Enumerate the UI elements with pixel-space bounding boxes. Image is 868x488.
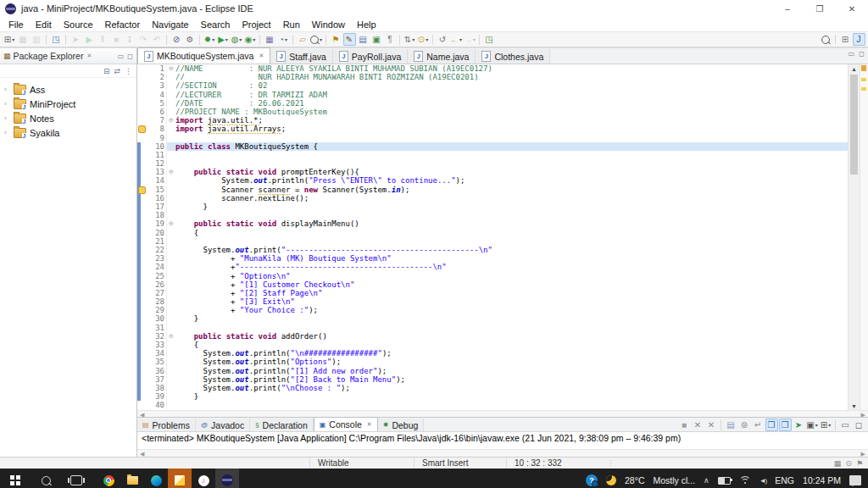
code-line[interactable]: 1⊖//NAME : NUR ALEEYA SYAKILA BINTI MUHA… bbox=[137, 64, 848, 73]
show-on-stderr-icon[interactable]: ❐ bbox=[779, 419, 792, 431]
tray-temperature[interactable]: 28°C bbox=[625, 475, 644, 485]
debug-icon[interactable]: ✹▾ bbox=[203, 33, 216, 46]
open-declaration-icon[interactable]: ▣ bbox=[370, 33, 383, 46]
annotations-icon[interactable]: ⊙▾ bbox=[417, 33, 430, 46]
scroll-down-arrow-icon[interactable]: ▼ bbox=[849, 402, 860, 410]
fold-collapse-icon[interactable]: ⊖ bbox=[166, 219, 175, 228]
code-line[interactable]: 15 Scanner scanner = new Scanner(System.… bbox=[137, 186, 848, 194]
chevron-right-icon[interactable]: › bbox=[4, 129, 10, 136]
project-syakila[interactable]: ›Syakila bbox=[0, 125, 136, 140]
code-line[interactable]: 11 bbox=[137, 151, 848, 159]
code-line[interactable]: 34 System.out.println("\n###############… bbox=[137, 349, 848, 358]
last-edit-location-icon[interactable]: ↺ bbox=[437, 33, 449, 46]
code-line[interactable]: 4//LECTURER : DR TARMIZI ADAM bbox=[137, 91, 848, 99]
code-line[interactable]: 29 + "Your Choice :"); bbox=[137, 306, 848, 314]
getting-started-icon[interactable]: ◔▾ bbox=[277, 33, 290, 46]
taskbar-app-eclipse[interactable] bbox=[215, 469, 239, 488]
code-line[interactable]: 31 bbox=[137, 324, 848, 332]
code-line[interactable]: 32⊖ public static void addOrder() bbox=[137, 332, 848, 341]
save-icon[interactable]: ▦ bbox=[17, 33, 30, 46]
code-area[interactable]: 1⊖//NAME : NUR ALEEYA SYAKILA BINTI MUHA… bbox=[137, 64, 848, 410]
minimize-button[interactable]: – bbox=[771, 0, 804, 17]
organize-launches-icon[interactable]: ⚙ bbox=[184, 33, 197, 46]
terminate-icon[interactable]: ■ bbox=[110, 33, 123, 46]
language-indicator[interactable]: ENG bbox=[775, 475, 794, 485]
resume-icon[interactable]: ▶ bbox=[83, 33, 96, 46]
taskbar-app-file-explorer[interactable] bbox=[120, 469, 144, 488]
code-line[interactable]: 16 scanner.nextLine(); bbox=[137, 194, 848, 202]
code-line[interactable]: 25 + "Options\n" bbox=[137, 272, 848, 280]
minimize-view-button[interactable]: ▭ bbox=[118, 53, 125, 60]
code-line[interactable]: 10public class MKBoutiqueSystem { bbox=[137, 142, 848, 151]
code-line[interactable]: 39 } bbox=[137, 392, 848, 401]
chevron-right-icon[interactable]: › bbox=[4, 86, 10, 93]
maximize-console-icon[interactable]: ◻ bbox=[853, 419, 865, 431]
wifi-icon[interactable] bbox=[739, 476, 751, 485]
code-line[interactable]: 23 + "MunaKila (MK) Boutique System\n" bbox=[137, 254, 848, 263]
scroll-up-arrow-icon[interactable]: ▲ bbox=[849, 64, 860, 73]
status-progress-icon[interactable]: ▦ bbox=[834, 459, 842, 468]
chevron-right-icon[interactable]: › bbox=[4, 114, 10, 122]
tab-staff-java[interactable]: Staff.java bbox=[270, 49, 333, 64]
tab-payroll-java[interactable]: PayRoll.java bbox=[333, 49, 408, 64]
display-selected-console-icon[interactable]: ▣▾ bbox=[806, 419, 819, 431]
show-javadoc-icon[interactable]: ▤ bbox=[357, 33, 370, 46]
menu-window[interactable]: Window bbox=[306, 19, 351, 30]
toggle-highlight-icon[interactable]: ✎ bbox=[343, 33, 356, 46]
remove-launch-icon[interactable]: ✕ bbox=[692, 419, 704, 431]
show-on-stdout-icon[interactable]: ❐ bbox=[765, 419, 778, 431]
tab-clothes-java[interactable]: Clothes.java bbox=[476, 49, 550, 64]
menu-refactor[interactable]: Refactor bbox=[99, 19, 147, 30]
taskbar-app-sticky-notes[interactable] bbox=[168, 469, 192, 488]
fold-collapse-icon[interactable]: ⊖ bbox=[166, 64, 175, 73]
overview-marker[interactable] bbox=[861, 65, 866, 71]
code-line[interactable]: 7⊖import java.util.*; bbox=[137, 116, 848, 125]
tab-problems[interactable]: ▤Problems bbox=[137, 419, 196, 431]
scrollbar-thumb[interactable] bbox=[850, 75, 858, 175]
code-line[interactable]: 26 + "[1] Customer Checkout\n" bbox=[137, 280, 848, 289]
battery-icon[interactable] bbox=[718, 477, 731, 485]
taskbar-app-chrome[interactable] bbox=[97, 469, 120, 488]
action-center-icon[interactable] bbox=[849, 475, 861, 485]
menu-source[interactable]: Source bbox=[58, 19, 99, 30]
link-with-editor-icon[interactable]: ⇄ bbox=[114, 67, 120, 75]
external-tools-icon[interactable]: ◉▾ bbox=[244, 33, 257, 46]
maximize-view-button[interactable]: ◻ bbox=[127, 53, 133, 60]
menu-run[interactable]: Run bbox=[277, 19, 306, 30]
fold-collapse-icon[interactable]: ⊖ bbox=[166, 332, 175, 341]
coverage-icon[interactable]: ◍▾ bbox=[231, 33, 243, 46]
taskbar-search-button[interactable] bbox=[31, 469, 61, 488]
project-ass[interactable]: ›Ass bbox=[0, 82, 136, 97]
status-notifications-icon[interactable]: ⚑ bbox=[856, 459, 863, 468]
restore-button[interactable]: ❐ bbox=[804, 0, 836, 17]
chevron-right-icon[interactable]: › bbox=[4, 100, 10, 108]
forward-icon[interactable]: →▾ bbox=[464, 33, 476, 46]
clock[interactable]: 10:24 PM bbox=[803, 475, 841, 485]
code-line[interactable]: 24 +"-----------------------------------… bbox=[137, 263, 848, 271]
project-miniproject[interactable]: ›MiniProject bbox=[0, 97, 136, 111]
menu-file[interactable]: File bbox=[3, 19, 30, 30]
open-console-icon[interactable]: ⊞▾ bbox=[820, 419, 832, 431]
menu-navigate[interactable]: Navigate bbox=[146, 19, 194, 30]
code-line[interactable]: 9 bbox=[137, 134, 848, 142]
menu-search[interactable]: Search bbox=[195, 19, 236, 30]
java-perspective-icon[interactable]: J bbox=[853, 33, 865, 46]
skip-all-breakpoints-icon[interactable]: ⊘ bbox=[170, 33, 183, 46]
code-line[interactable]: 30 } bbox=[137, 314, 848, 323]
code-line[interactable]: 5//DATE : 26.06.2021 bbox=[137, 99, 848, 108]
minimize-console-icon[interactable]: ▭ bbox=[839, 419, 852, 431]
code-line[interactable]: 6//PROJECT NAME : MKBoutiqueSystem bbox=[137, 108, 848, 116]
help-tray-icon[interactable] bbox=[586, 474, 598, 486]
code-line[interactable]: 40 bbox=[137, 401, 848, 409]
close-package-explorer-button[interactable]: ✕ bbox=[86, 53, 92, 59]
step-over-icon[interactable]: ↷ bbox=[137, 33, 150, 46]
show-whitespace-icon[interactable]: ¶ bbox=[384, 33, 397, 46]
open-resource-icon[interactable]: ▱ bbox=[297, 33, 309, 46]
code-line[interactable]: 17 } bbox=[137, 202, 848, 211]
step-return-icon[interactable]: ↶ bbox=[151, 33, 164, 46]
maximize-editor-button[interactable]: ◻ bbox=[859, 50, 865, 58]
select-element-icon[interactable]: ➤ bbox=[70, 33, 82, 46]
overview-marker[interactable] bbox=[861, 87, 866, 91]
close-button[interactable]: ✕ bbox=[836, 0, 868, 17]
scroll-lock-icon[interactable]: ⊜ bbox=[738, 419, 751, 431]
